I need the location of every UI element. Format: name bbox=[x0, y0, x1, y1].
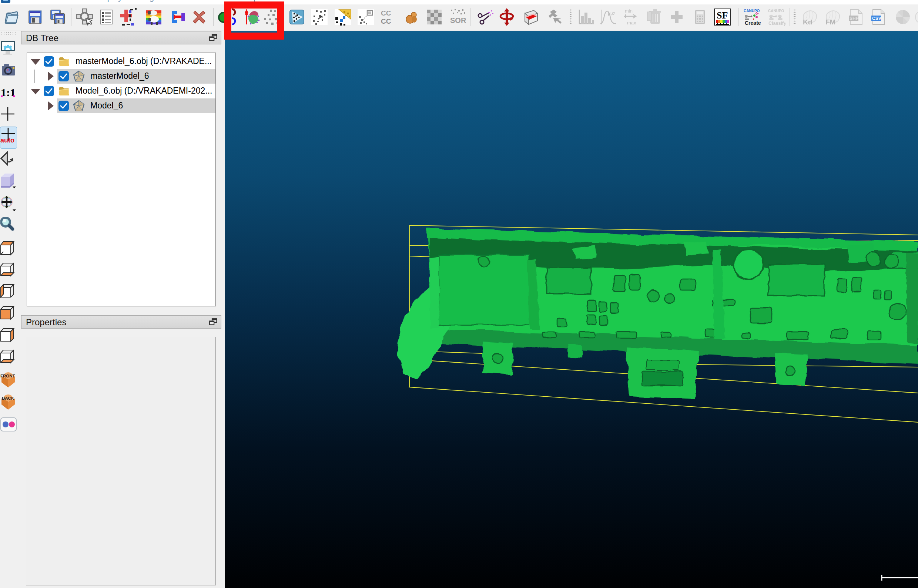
filter-by-value-button[interactable]: minmax bbox=[622, 8, 640, 26]
view-iso-back-button[interactable]: BACK bbox=[0, 394, 17, 410]
main-toolbar: CCCCSORμ,σminmaxSFCANUPOCreateCANUPOClas… bbox=[0, 5, 918, 30]
apply-transformation-button[interactable] bbox=[169, 8, 187, 26]
tree-expander-open-icon[interactable] bbox=[28, 54, 43, 69]
sor-filter-button[interactable]: SOR bbox=[448, 8, 465, 26]
3d-viewport[interactable] bbox=[225, 31, 918, 588]
resample-points-button[interactable] bbox=[310, 8, 328, 26]
delete-button[interactable] bbox=[190, 8, 208, 26]
dbtree-panel-title: DB Tree bbox=[26, 33, 58, 43]
cloud-cloud-distance-button[interactable]: CCCC bbox=[380, 8, 397, 26]
tree-checkbox-checked[interactable] bbox=[58, 71, 69, 81]
tree-checkbox-checked[interactable] bbox=[44, 56, 54, 66]
sphere-tool-button[interactable] bbox=[894, 8, 912, 26]
stereo-mode-button[interactable] bbox=[0, 416, 17, 433]
tree-row[interactable]: masterModel_6.obj (D:/VRAKADE... bbox=[27, 54, 215, 69]
pan-mode-button[interactable] bbox=[0, 195, 17, 211]
menu-3d-views[interactable]: 3D Views bbox=[177, 0, 212, 2]
rotate-view-button[interactable] bbox=[0, 150, 17, 166]
show-histogram-button[interactable] bbox=[577, 8, 595, 26]
save-all-button[interactable] bbox=[49, 8, 66, 26]
delete-scalar-field-button[interactable] bbox=[646, 8, 664, 26]
zoom-fit-button[interactable] bbox=[0, 106, 17, 122]
screenshot-camera-button[interactable] bbox=[0, 62, 17, 78]
svg-text:SF: SF bbox=[717, 10, 728, 21]
sample-points-on-mesh-button[interactable] bbox=[334, 8, 352, 26]
mesh-icon bbox=[73, 70, 85, 82]
svg-text:CC: CC bbox=[381, 9, 391, 17]
add-scalar-field-button[interactable] bbox=[668, 8, 685, 26]
refresh-display-button[interactable] bbox=[0, 40, 17, 56]
menu-tools[interactable]: Tools bbox=[62, 0, 81, 2]
svg-text:auto: auto bbox=[0, 137, 15, 144]
svg-text:Classify: Classify bbox=[768, 21, 785, 26]
properties-panel-header: Properties bbox=[21, 315, 221, 329]
menu-display[interactable]: Display bbox=[95, 0, 122, 2]
toolbar-drag-handle bbox=[569, 9, 572, 25]
pick-rotation-center-button[interactable] bbox=[76, 8, 94, 26]
cross-section-button[interactable] bbox=[521, 8, 539, 26]
svg-text:CANUPO: CANUPO bbox=[768, 9, 784, 13]
colorize-button[interactable] bbox=[145, 8, 163, 26]
export-csv-button[interactable]: CSV bbox=[869, 8, 887, 26]
svg-text:BACK: BACK bbox=[2, 396, 15, 401]
tree-checkbox-checked[interactable] bbox=[44, 86, 54, 96]
view-front-button[interactable] bbox=[0, 306, 17, 322]
edge-brain-button[interactable] bbox=[914, 8, 918, 26]
zoom-1-1-button[interactable]: 1:1 bbox=[0, 84, 17, 101]
fm-tool-button[interactable]: FM bbox=[824, 8, 841, 26]
perspective-cube-button[interactable] bbox=[0, 173, 17, 189]
view-top-button[interactable] bbox=[0, 241, 17, 257]
tree-row[interactable]: masterModel_6 bbox=[27, 69, 215, 84]
view-left-button[interactable] bbox=[0, 284, 17, 300]
svg-text:SOR: SOR bbox=[450, 16, 465, 24]
float-panel-icon[interactable] bbox=[209, 34, 217, 42]
triangulate-mesh-button[interactable] bbox=[288, 8, 306, 26]
kd-tree-button[interactable]: Kd bbox=[801, 8, 818, 26]
tree-expander-closed-icon[interactable] bbox=[43, 69, 58, 84]
segment-scissors-button[interactable] bbox=[476, 8, 494, 26]
view-bottom-button[interactable] bbox=[0, 262, 17, 279]
checkerboard-button[interactable] bbox=[425, 8, 443, 26]
scale-bar bbox=[882, 575, 918, 581]
view-right-button[interactable] bbox=[0, 328, 17, 344]
float-panel-icon[interactable] bbox=[209, 318, 217, 326]
tree-checkbox-checked[interactable] bbox=[58, 101, 69, 111]
export-shp-button[interactable]: SHP bbox=[847, 8, 864, 26]
svg-text:CSV: CSV bbox=[872, 16, 881, 21]
canupo-create-button[interactable]: CANUPOCreate bbox=[743, 8, 761, 26]
dbtree-panel-header: DB Tree bbox=[21, 31, 221, 44]
tree-expander-open-icon[interactable] bbox=[28, 84, 43, 99]
view-toolbar: 1:1autoFRONTBACK bbox=[0, 30, 19, 588]
translate-rotate-button[interactable] bbox=[498, 8, 516, 26]
tree-row[interactable]: Model_6 bbox=[27, 99, 215, 113]
zoom-magnifier-button[interactable] bbox=[0, 217, 17, 233]
point-list-picking-button[interactable] bbox=[120, 8, 138, 26]
toolbar-separator bbox=[213, 8, 213, 26]
menu-edit[interactable]: Edit bbox=[33, 0, 47, 2]
menu-file[interactable]: File bbox=[10, 0, 23, 2]
tree-item-label: Model_6 bbox=[91, 101, 123, 111]
view-iso-front-button[interactable]: FRONT bbox=[0, 372, 17, 388]
primitive-factory-button[interactable] bbox=[403, 8, 420, 26]
sf-arithmetic-button[interactable] bbox=[691, 8, 709, 26]
auto-pick-center-button[interactable]: auto bbox=[0, 127, 17, 144]
tree-item-label: Model_6.obj (D:/VRAKADEMI-202... bbox=[76, 86, 212, 96]
toolbar-drag-handle[interactable] bbox=[1, 31, 17, 36]
svg-text:μ,σ: μ,σ bbox=[608, 10, 615, 16]
tree-row[interactable]: Model_6.obj (D:/VRAKADEMI-202... bbox=[27, 84, 215, 99]
canupo-classify-button[interactable]: CANUPOClassify bbox=[768, 8, 785, 26]
tree-expander-closed-icon[interactable] bbox=[43, 99, 58, 113]
toggle-properties-button[interactable] bbox=[97, 8, 115, 26]
green-model bbox=[398, 228, 918, 399]
octree-box-button[interactable] bbox=[357, 8, 375, 26]
gaussian-filter-button[interactable]: μ,σ bbox=[599, 8, 617, 26]
menu-plugins[interactable]: Plugins bbox=[138, 0, 164, 2]
tree-item-label: masterModel_6 bbox=[91, 71, 149, 81]
scalar-field-ramp-button[interactable]: SF bbox=[714, 8, 731, 26]
view-back-button[interactable] bbox=[0, 349, 17, 366]
level-button[interactable] bbox=[546, 8, 563, 26]
toolbar-separator bbox=[71, 8, 71, 26]
open-button[interactable] bbox=[3, 8, 21, 26]
app-icon bbox=[1, 0, 10, 3]
save-button[interactable] bbox=[26, 8, 44, 26]
